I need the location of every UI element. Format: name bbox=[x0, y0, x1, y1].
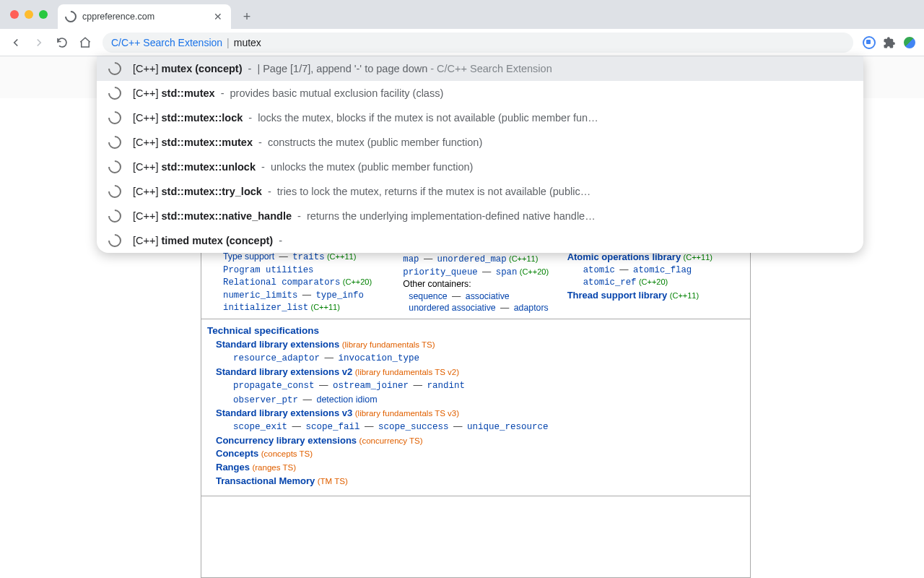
link-item[interactable]: initializer_list bbox=[223, 303, 308, 313]
suggestion-favicon-icon bbox=[105, 207, 123, 225]
link-span[interactable]: span bbox=[496, 267, 518, 277]
link-priority-queue[interactable]: priority_queue bbox=[403, 267, 477, 277]
link-thread-library[interactable]: Thread support library bbox=[567, 290, 668, 301]
suggestion-row[interactable]: [C++] std::mutex::native_handle - return… bbox=[97, 204, 863, 228]
suggestion-row[interactable]: [C++] std::mutex::try_lock - tries to lo… bbox=[97, 179, 863, 204]
link-item[interactable]: ostream_joiner bbox=[333, 381, 409, 391]
suggestion-favicon-icon bbox=[105, 231, 123, 249]
link-map[interactable]: map bbox=[403, 254, 419, 264]
link-item[interactable]: Program utilities bbox=[223, 265, 313, 275]
link-tech-section[interactable]: Concurrency library extensions bbox=[216, 435, 357, 446]
suggestion-text: [C++] std::mutex::unlock - unlocks the m… bbox=[133, 161, 852, 173]
suggestion-text: [C++] std::mutex::native_handle - return… bbox=[133, 210, 852, 222]
link-item[interactable]: randint bbox=[427, 381, 465, 391]
suggestion-text: [C++] std::mutex::try_lock - tries to lo… bbox=[133, 186, 852, 197]
link-unordered-map[interactable]: unordered_map bbox=[437, 254, 507, 264]
link-atomic-library[interactable]: Atomic operations library bbox=[567, 251, 681, 262]
link-item[interactable]: scope_fail bbox=[305, 422, 359, 432]
tab-title: cppreference.com bbox=[82, 12, 206, 22]
suggestion-favicon-icon bbox=[105, 182, 123, 200]
link-item[interactable]: detection idiom bbox=[316, 394, 377, 405]
tab-favicon-icon bbox=[63, 9, 79, 25]
maximize-window-icon[interactable] bbox=[39, 10, 48, 19]
extensions-icon[interactable] bbox=[881, 34, 898, 51]
minimize-window-icon[interactable] bbox=[25, 10, 33, 19]
technical-specifications: Technical specifications Standard librar… bbox=[201, 319, 750, 496]
link-item[interactable]: scope_exit bbox=[233, 422, 287, 432]
suggestion-text: [C++] timed mutex (concept) - bbox=[133, 235, 852, 246]
omnibox-suggestions: [C++] mutex (concept) - | Page [1/7], ap… bbox=[97, 56, 863, 253]
forward-button bbox=[29, 33, 49, 53]
link-atomic-flag[interactable]: atomic_flag bbox=[633, 265, 692, 275]
link-item[interactable]: resource_adaptor bbox=[233, 353, 320, 363]
link-item[interactable]: traits bbox=[292, 252, 324, 262]
link-unordered-associative[interactable]: unordered associative bbox=[409, 303, 495, 313]
suggestion-text: [C++] std::mutex::lock - locks the mutex… bbox=[133, 112, 852, 124]
link-atomic-ref[interactable]: atomic_ref bbox=[583, 277, 637, 288]
suggestion-row[interactable]: [C++] std::mutex - provides basic mutual… bbox=[97, 81, 863, 105]
link-atomic[interactable]: atomic bbox=[583, 265, 615, 275]
link-tech-section[interactable]: Transactional Memory bbox=[216, 475, 315, 486]
tab-close-icon[interactable]: ✕ bbox=[212, 11, 224, 22]
link-tech-section[interactable]: Standard library extensions v2 bbox=[216, 366, 352, 377]
link-item[interactable]: invocation_type bbox=[338, 353, 419, 363]
link-associative[interactable]: associative bbox=[466, 291, 510, 301]
tab-strip: cppreference.com ✕ + bbox=[0, 0, 924, 29]
suggestion-row[interactable]: [C++] mutex (concept) - | Page [1/7], ap… bbox=[97, 56, 863, 81]
link-tech-section[interactable]: Standard library extensions bbox=[216, 339, 339, 350]
suggestion-row[interactable]: [C++] timed mutex (concept) - bbox=[97, 228, 863, 253]
link-item[interactable]: unique_resource bbox=[467, 422, 549, 432]
link-sequence[interactable]: sequence bbox=[409, 291, 447, 301]
cc-extension-icon[interactable] bbox=[860, 34, 878, 51]
omnibox-separator: | bbox=[227, 37, 230, 48]
reload-button[interactable] bbox=[52, 33, 72, 53]
label-other-containers: Other containers: bbox=[387, 278, 564, 290]
profile-avatar-icon[interactable] bbox=[901, 34, 918, 51]
link-tech-section[interactable]: Ranges bbox=[216, 462, 250, 473]
link-item[interactable]: numeric_limits bbox=[223, 290, 297, 301]
link-item[interactable]: type_info bbox=[315, 290, 363, 301]
link-item[interactable]: Relational comparators bbox=[223, 277, 340, 288]
suggestion-favicon-icon bbox=[105, 158, 123, 176]
link-tech-section[interactable]: Concepts bbox=[216, 448, 258, 459]
new-tab-button[interactable]: + bbox=[237, 7, 257, 27]
browser-tab[interactable]: cppreference.com ✕ bbox=[58, 4, 231, 29]
link-adaptors[interactable]: adaptors bbox=[514, 303, 549, 313]
window-controls bbox=[10, 10, 48, 19]
back-button[interactable] bbox=[6, 33, 26, 53]
link-item[interactable]: scope_success bbox=[378, 422, 449, 432]
link-tech-section[interactable]: Standard library extensions v3 bbox=[216, 407, 352, 418]
suggestion-row[interactable]: [C++] std::mutex::lock - locks the mutex… bbox=[97, 105, 863, 130]
link-item[interactable]: Type support bbox=[223, 251, 274, 262]
suggestion-favicon-icon bbox=[105, 108, 123, 126]
omnibox-keyword: C/C++ Search Extension bbox=[111, 37, 222, 48]
link-item[interactable]: propagate_const bbox=[233, 381, 315, 391]
link-item[interactable]: observer_ptr bbox=[233, 395, 298, 405]
suggestion-row[interactable]: [C++] std::mutex::mutex - constructs the… bbox=[97, 130, 863, 155]
suggestion-favicon-icon bbox=[105, 133, 123, 151]
link-technical-specifications[interactable]: Technical specifications bbox=[207, 324, 744, 338]
suggestion-text: [C++] std::mutex::mutex - constructs the… bbox=[133, 137, 852, 148]
suggestion-text: [C++] mutex (concept) - | Page [1/7], ap… bbox=[133, 63, 852, 74]
omnibox-query: mutex bbox=[234, 37, 261, 48]
home-button[interactable] bbox=[75, 33, 95, 53]
suggestion-text: [C++] std::mutex - provides basic mutual… bbox=[133, 87, 852, 99]
browser-toolbar: C/C++ Search Extension | mutex bbox=[0, 29, 924, 56]
suggestion-row[interactable]: [C++] std::mutex::unlock - unlocks the m… bbox=[97, 155, 863, 179]
suggestion-favicon-icon bbox=[105, 84, 123, 102]
address-bar[interactable]: C/C++ Search Extension | mutex bbox=[103, 33, 853, 53]
suggestion-favicon-icon bbox=[105, 59, 123, 77]
close-window-icon[interactable] bbox=[10, 10, 19, 19]
